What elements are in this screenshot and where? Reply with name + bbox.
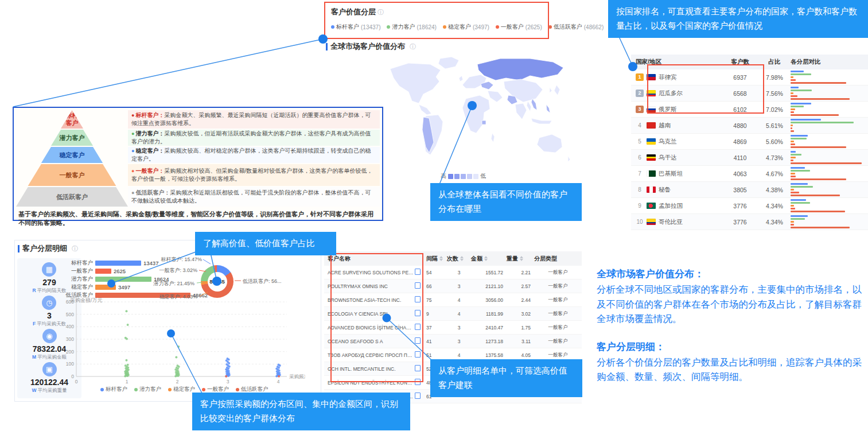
- scatter-point: [124, 364, 127, 367]
- table-row[interactable]: 4越南48805.61%: [631, 118, 868, 134]
- copy-icon[interactable]: [416, 270, 421, 275]
- copy-icon[interactable]: [416, 339, 421, 344]
- table-row[interactable]: 1菲律宾69377.98%: [631, 69, 868, 86]
- copy-icon[interactable]: [416, 311, 421, 316]
- tier-mini-bar: [791, 108, 795, 110]
- customer-name: OCEANO SEAFOOD S A: [328, 339, 414, 344]
- copy-icon[interactable]: [416, 380, 421, 385]
- rank-label: 10: [636, 219, 644, 225]
- customer-count: 6568: [722, 90, 758, 97]
- table-row[interactable]: 2厄瓜多尔65687.56%: [631, 86, 868, 102]
- tier-description: ●低活跃客户：采购频次和近期活跃都较低，可能处于流失阶段的客户群体，整体价值不高…: [128, 187, 380, 207]
- tier-mini-bars: [791, 86, 868, 101]
- callout-customer-list: 从客户明细名单中，可筛选高价值客户建联: [430, 359, 582, 397]
- scatter-legend-item[interactable]: 稳定客户: [168, 386, 195, 393]
- table-row[interactable]: BROWNSTONE ASIA-TECH INC.7543056.002.44一…: [324, 293, 582, 307]
- svg-text:500: 500: [66, 312, 74, 317]
- customer-count: 4880: [722, 122, 758, 129]
- customer-name: GCH INTL. MERCANTILE INC.: [328, 366, 414, 372]
- legend-label: 低活跃客户: [554, 23, 582, 31]
- tier-legend-item[interactable]: 一般客户(2625): [496, 23, 542, 31]
- tier-mini-bar: [791, 160, 793, 161]
- world-map[interactable]: [386, 55, 583, 180]
- copy-icon[interactable]: [416, 394, 421, 399]
- tier-mini-bar: [791, 106, 804, 107]
- table-row[interactable]: ACRE SURVEYING SOLUTIONS PERU S A C AC54…: [324, 266, 582, 279]
- customer-col-header: 间隔: [423, 255, 447, 263]
- table-row[interactable]: 8秘鲁38054.38%: [631, 182, 868, 198]
- copy-icon[interactable]: [416, 325, 421, 330]
- copy-icon[interactable]: [416, 297, 421, 302]
- sort-icon[interactable]: [460, 256, 464, 261]
- customer-name-cell: ACRE SURVEYING SOLUTIONS PERU S A C AC: [324, 270, 423, 275]
- tier-mini-bar: [791, 90, 812, 91]
- customer-pct: 4.67%: [758, 170, 791, 177]
- tier-legend-item[interactable]: 标杆客户(13437): [331, 23, 380, 31]
- tier-mini-bar: [791, 71, 804, 72]
- table-row[interactable]: OCEANO SEAFOOD S A4131273.183.11一般客户: [324, 335, 582, 348]
- legend-dot-icon: [331, 25, 334, 29]
- customer-pct: 7.56%: [758, 90, 791, 97]
- copy-icon[interactable]: [416, 366, 421, 371]
- interval-cell: 75: [423, 297, 447, 303]
- table-row[interactable]: 10哥伦比亚37764.34%: [631, 214, 868, 230]
- scatter-point: [278, 375, 280, 378]
- info-icon[interactable]: ⓘ: [410, 42, 416, 51]
- sort-icon[interactable]: [439, 256, 443, 261]
- scatter-point: [226, 358, 228, 360]
- scatter-legend-item[interactable]: 潜力客户: [134, 386, 161, 393]
- table-row[interactable]: 3俄罗斯61027.02%: [631, 102, 868, 118]
- tier-mini-bar: [791, 186, 813, 188]
- tier-share-donut-chart[interactable]: 86845: [201, 265, 233, 298]
- svg-text:1: 1: [126, 379, 129, 384]
- customer-name-cell: OCEANO SEAFOOD S A: [324, 339, 423, 344]
- tier-mini-bar: [791, 122, 854, 123]
- scatter-point: [225, 375, 227, 378]
- tier-legend-item[interactable]: 低活跃客户(48662): [548, 23, 604, 31]
- tier-mini-bar: [791, 119, 821, 121]
- scatter-point: [175, 356, 177, 358]
- pyramid-tier-row: 稳定客户 ●稳定客户：采购频次较高、相对稳定的客户群体，这类客户可长期持续跟进，…: [16, 147, 380, 163]
- table-row[interactable]: ADVANCED BIONICS İŞİTME CİHAZLARI TİCARE…: [324, 321, 582, 335]
- tier-legend-item[interactable]: 稳定客户(3497): [443, 23, 489, 31]
- customer-pct: 4.34%: [758, 203, 791, 209]
- country-flag-icon: [647, 90, 656, 96]
- table-row[interactable]: POULTRYMAX OMNIS INC6632121.102.57一般客户: [324, 279, 582, 293]
- rank-label: 2: [636, 90, 644, 97]
- customer-col-header: 金额: [471, 255, 507, 263]
- rank-label: 5: [636, 138, 644, 145]
- customer-count: 4063: [722, 170, 758, 177]
- legend-label: 标杆客户: [106, 386, 127, 393]
- copy-icon[interactable]: [416, 352, 421, 358]
- purchase-scatter-chart[interactable]: 010020030040050060001234采购频次: [62, 297, 305, 389]
- callout-scatter: 客户按照采购额的分布区间、集中的金额区间，识别比较突出的客户群体分布: [192, 393, 410, 430]
- scatter-point: [176, 367, 178, 369]
- tier-legend-item[interactable]: 潜力客户(18624): [387, 23, 436, 31]
- country-table-body: 1菲律宾69377.98%2厄瓜多尔65687.56%3俄罗斯61027.02%…: [631, 69, 868, 230]
- tier-mini-bars: [791, 118, 868, 133]
- annotation-body-detail: 分析各个价值分层的客户数量及占比和明细，追踪客户具体的采购金额、数量、频次、间隔…: [597, 355, 867, 384]
- scatter-legend-item[interactable]: 标杆客户: [100, 386, 127, 393]
- sort-icon[interactable]: [520, 256, 523, 261]
- tier-mini-bar: [791, 224, 794, 226]
- info-icon[interactable]: ⓘ: [72, 244, 78, 253]
- callout-donut: 了解高价值、低价值客户占比: [195, 232, 336, 255]
- legend-label: 一般客户: [501, 23, 524, 31]
- table-row[interactable]: 7巴基斯坦40634.67%: [631, 166, 868, 182]
- copy-icon[interactable]: [416, 283, 421, 289]
- table-row[interactable]: 5乌克兰48695.60%: [631, 134, 868, 150]
- country-flag-icon: [647, 170, 656, 177]
- pyramid-tier-row: 潜力客户 ●潜力客户：采购频次较低，但近期有活跃或采购金额大的客户群体，这些客户…: [16, 130, 380, 146]
- table-row[interactable]: 9孟加拉国37764.34%: [631, 198, 868, 214]
- tier-mini-bar: [791, 173, 795, 174]
- bar-value: 3497: [118, 284, 130, 290]
- sort-icon[interactable]: [484, 256, 488, 261]
- amount-cell: 1273.18: [471, 339, 507, 344]
- tier-mini-bars: [791, 214, 868, 230]
- table-row[interactable]: ECOLOGIA Y CIENCIA SRL941181.993.02一般客户: [324, 307, 582, 321]
- svg-text:2: 2: [176, 379, 179, 384]
- table-row[interactable]: 6乌干达41104.73%: [631, 150, 868, 166]
- legend-label: 标杆客户: [336, 23, 359, 31]
- tier-mini-bar: [791, 202, 810, 204]
- info-icon[interactable]: ⓘ: [377, 9, 384, 15]
